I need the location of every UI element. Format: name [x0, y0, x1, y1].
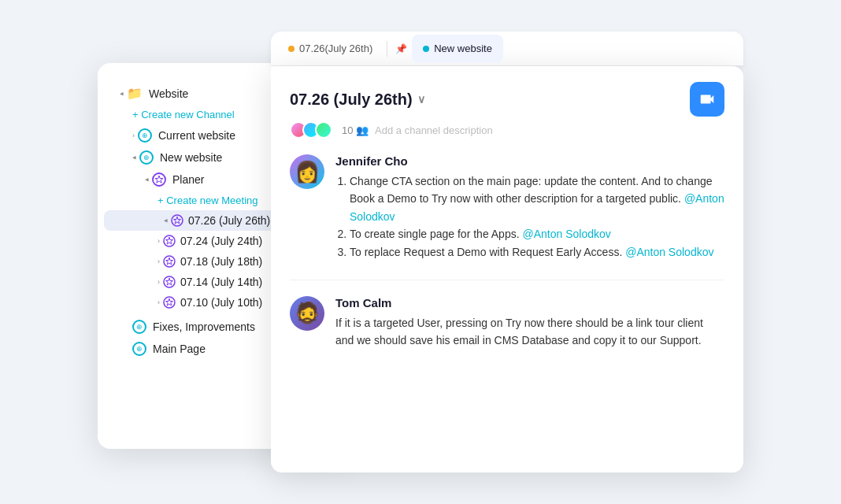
chat-panel: 07.26(July 26th) 📌 New website 07.26 (Ju… — [271, 32, 743, 472]
chevron-icon: › — [157, 278, 160, 286]
tab-meeting-label: 07.26(July 26th) — [299, 43, 372, 54]
globe-icon: ⊕ — [132, 320, 146, 334]
new-website-label: New website — [160, 151, 222, 164]
tab-bar: 07.26(July 26th) 📌 New website — [271, 32, 743, 66]
zoom-button[interactable] — [690, 82, 724, 117]
mention-3[interactable]: @Anton Solodkov — [625, 246, 713, 258]
pin-icon: 📌 — [395, 43, 407, 54]
tab-dot-orange — [288, 46, 295, 52]
svg-point-0 — [153, 173, 165, 186]
chevron-down-icon[interactable]: ∨ — [417, 93, 425, 106]
globe-icon: ⊕ — [132, 342, 146, 356]
message-author-jennifer: Jennifer Cho — [335, 154, 724, 168]
member-count: 10 👥 — [342, 124, 369, 136]
globe-icon: ⊕ — [139, 150, 154, 165]
fixes-label: Fixes, Improvements — [153, 321, 255, 333]
current-website-label: Current website — [158, 129, 235, 142]
avatar-emoji: 👩 — [295, 160, 320, 184]
avatar-emoji: 🧔 — [295, 301, 320, 325]
zoom-icon — [698, 91, 716, 108]
avatar-tom: 🧔 — [290, 296, 324, 331]
members-row: 10 👥 Add a channel description — [290, 121, 724, 139]
message-jennifer: 👩 Jennifer Cho Change CTA section on the… — [290, 154, 724, 261]
meeting-icon — [163, 276, 176, 288]
chevron-icon: ▾ — [118, 91, 126, 95]
mini-avatar-3 — [315, 121, 332, 139]
tab-new-website[interactable]: New website — [412, 35, 503, 63]
meeting-label-1: 07.24 (July 24th) — [180, 235, 262, 247]
message-text-tom: If it is a targeted User, pressing on Tr… — [335, 314, 724, 350]
message-tom: 🧔 Tom Calm If it is a targeted User, pre… — [290, 296, 724, 350]
chevron-icon: › — [132, 132, 135, 139]
tab-dot-blue — [423, 46, 429, 52]
chevron-icon: ▾ — [143, 178, 151, 182]
mention-2[interactable]: @Anton Solodkov — [522, 228, 610, 240]
message-divider — [290, 280, 724, 280]
tab-divider — [387, 41, 387, 57]
planner-label: Planer — [172, 173, 204, 186]
main-page-label: Main Page — [153, 343, 206, 355]
tab-meeting[interactable]: 07.26(July 26th) — [277, 35, 383, 63]
create-meeting-label: + Create new Meeting — [157, 195, 258, 206]
meeting-icon — [163, 296, 176, 309]
channel-title: 07.26 (July 26th) ∨ — [290, 91, 425, 109]
meeting-icon — [163, 235, 176, 247]
message-body-jennifer: Jennifer Cho Change CTA section on the m… — [335, 154, 724, 261]
message-body-tom: Tom Calm If it is a targeted User, press… — [335, 296, 724, 350]
folder-icon: 📁 — [127, 86, 143, 101]
meeting-label-3: 07.14 (July 14th) — [180, 276, 262, 288]
chevron-icon: › — [157, 237, 160, 245]
meeting-icon — [171, 214, 183, 227]
message-author-tom: Tom Calm — [335, 296, 724, 309]
add-description[interactable]: Add a channel description — [375, 124, 493, 136]
tab-new-website-label: New website — [434, 43, 492, 54]
meeting-icon — [163, 255, 176, 268]
chat-content: 07.26 (July 26th) ∨ 10 👥 — [271, 66, 743, 472]
member-avatars — [290, 121, 328, 139]
planner-icon — [152, 172, 166, 187]
channel-title-text: 07.26 (July 26th) — [290, 91, 413, 109]
message-text-jennifer: Change CTA section on the main page: upd… — [335, 172, 724, 261]
mention-1[interactable]: @Anton Solodkov — [350, 192, 724, 222]
meeting-label-2: 07.18 (July 18th) — [180, 255, 262, 268]
channel-header: 07.26 (July 26th) ∨ — [290, 82, 724, 117]
chevron-icon: › — [157, 298, 160, 306]
chevron-icon: › — [157, 258, 160, 265]
globe-icon: ⊕ — [138, 128, 152, 143]
meeting-label-4: 07.10 (July 10th) — [180, 296, 262, 309]
website-label: Website — [149, 87, 188, 100]
create-channel-label: + Create new Channel — [132, 109, 235, 120]
chevron-icon: ▾ — [131, 156, 139, 160]
meeting-label-0: 07.26 (July 26th) — [188, 214, 270, 227]
avatar-jennifer: 👩 — [290, 154, 324, 189]
chevron-icon: ▾ — [162, 219, 170, 223]
